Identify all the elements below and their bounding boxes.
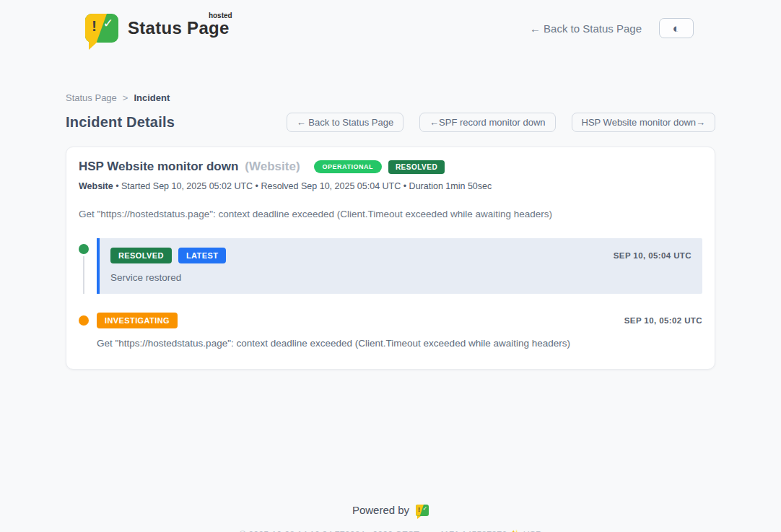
incident-component: (Website) — [245, 160, 300, 174]
powered-by[interactable]: Powered by ! ✓ — [352, 504, 429, 516]
timeline-message: Get "https://hostedstatus.page": context… — [97, 338, 702, 349]
resolved-status-badge: RESOLVED — [110, 248, 172, 263]
meta-component: Website — [79, 181, 113, 191]
brand-logo[interactable]: ! ✓ Status Page hosted — [85, 14, 230, 43]
page-title: Incident Details — [66, 114, 175, 131]
brand-name: Status Page — [128, 18, 230, 38]
incident-timeline: RESOLVED LATEST SEP 10, 05:04 UTC Servic… — [79, 238, 702, 349]
breadcrumb: Status Page > Incident — [66, 92, 715, 103]
copyright-line: © 2025-10-08 14:10:34.772084 +0200 CEST … — [66, 529, 715, 532]
check-icon: ✓ — [103, 16, 113, 31]
status-page-logo-icon: ! ✓ — [85, 14, 118, 43]
incident-nav-buttons: ← Back to Status Page ←SPF record monito… — [287, 113, 715, 132]
timeline-plain-entry: INVESTIGATING SEP 10, 05:02 UTC Get "htt… — [97, 313, 702, 349]
brand-hosted-superscript: hosted — [209, 12, 232, 19]
timeline-entry-header: INVESTIGATING SEP 10, 05:02 UTC — [97, 313, 702, 328]
powered-by-label: Powered by — [352, 504, 409, 516]
topbar: ! ✓ Status Page hosted ← Back to Status … — [0, 0, 781, 55]
logo-bubble-tail — [89, 42, 97, 50]
timeline-entry-header: RESOLVED LATEST SEP 10, 05:04 UTC — [110, 248, 691, 263]
incident-description: Get "https://hostedstatus.page": context… — [79, 209, 702, 219]
incident-meta: Website • Started Sep 10, 2025 05:02 UTC… — [79, 181, 702, 191]
contrast-icon: ◐ — [673, 22, 680, 35]
timeline-dot-orange — [79, 315, 89, 326]
timeline-connector-line — [83, 253, 84, 294]
topbar-right: ← Back to Status Page ◐ — [530, 18, 694, 38]
timeline-message: Service restored — [110, 272, 691, 283]
timeline-dot-column — [79, 238, 97, 294]
prev-incident-button[interactable]: ←SPF record monitor down — [419, 113, 555, 132]
exclamation-icon: ! — [92, 17, 97, 35]
back-to-status-page-button[interactable]: ← Back to Status Page — [287, 113, 403, 132]
powered-by-logo-icon: ! ✓ — [416, 505, 429, 516]
operational-badge: OPERATIONAL — [314, 160, 382, 173]
breadcrumb-incident: Incident — [134, 92, 170, 103]
timeline-entry-resolved: RESOLVED LATEST SEP 10, 05:04 UTC Servic… — [79, 238, 702, 313]
back-to-status-page-link[interactable]: ← Back to Status Page — [530, 22, 642, 35]
meta-details: • Started Sep 10, 2025 05:02 UTC • Resol… — [113, 181, 492, 191]
latest-status-badge: LATEST — [178, 248, 226, 263]
timeline-highlight-box: RESOLVED LATEST SEP 10, 05:04 UTC Servic… — [97, 238, 702, 294]
timeline-entry-investigating: INVESTIGATING SEP 10, 05:02 UTC Get "htt… — [79, 313, 702, 349]
timeline-dot-green — [79, 244, 89, 254]
timeline-dot-column — [79, 313, 97, 349]
check-icon: ✓ — [422, 505, 427, 512]
brand-text: Status Page hosted — [128, 18, 230, 38]
timeline-timestamp: SEP 10, 05:02 UTC — [624, 316, 702, 325]
main-content: Status Page > Incident Incident Details … — [66, 92, 715, 532]
mini-logo-bubble-tail — [417, 516, 421, 519]
resolved-badge: RESOLVED — [388, 160, 445, 174]
incident-title: HSP Website monitor down — [79, 160, 238, 174]
incident-title-row: HSP Website monitor down (Website) OPERA… — [79, 160, 702, 174]
incident-card: HSP Website monitor down (Website) OPERA… — [66, 147, 715, 370]
breadcrumb-status-page[interactable]: Status Page — [66, 92, 117, 103]
footer: Powered by ! ✓ © 2025-10-08 14:10:34.772… — [66, 504, 715, 532]
theme-toggle-button[interactable]: ◐ — [659, 18, 694, 38]
investigating-status-badge: INVESTIGATING — [97, 313, 178, 328]
breadcrumb-separator: > — [123, 92, 128, 103]
heading-row: Incident Details ← Back to Status Page ←… — [66, 113, 715, 132]
timeline-badges: RESOLVED LATEST — [110, 248, 226, 263]
next-incident-button[interactable]: HSP Website monitor down→ — [572, 113, 715, 132]
timeline-timestamp: SEP 10, 05:04 UTC — [614, 251, 691, 260]
exclamation-icon: ! — [418, 506, 420, 513]
